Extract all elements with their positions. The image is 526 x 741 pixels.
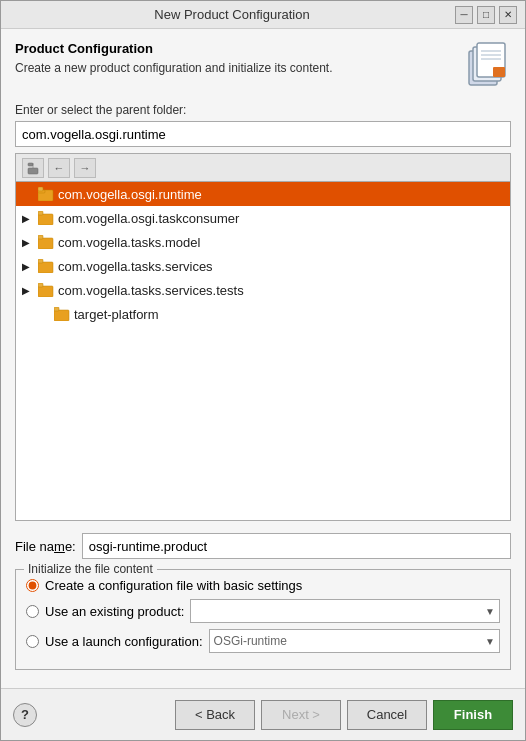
product-icon [463, 41, 511, 89]
expand-arrow: ▶ [22, 237, 36, 248]
filename-row: File name: [15, 533, 511, 559]
folder-icon [38, 235, 54, 249]
tree-item-label: target-platform [74, 307, 159, 322]
filename-label: File name: [15, 539, 76, 554]
expand-arrow: ▶ [22, 285, 36, 296]
footer-left: ? [13, 703, 37, 727]
back-icon: ← [54, 162, 65, 174]
use-launch-radio[interactable] [26, 635, 39, 648]
create-config-row: Create a configuration file with basic s… [26, 578, 500, 593]
dialog-body: Product Configuration Create a new produ… [1, 29, 525, 688]
svg-rect-7 [28, 168, 38, 174]
tree-item-label: com.vogella.osgi.taskconsumer [58, 211, 239, 226]
dialog-title: New Product Configuration [9, 7, 455, 22]
expand-arrow: ▶ [22, 261, 36, 272]
svg-rect-21 [54, 310, 69, 321]
initialize-group: Initialize the file content Create a con… [15, 569, 511, 670]
tree-item[interactable]: ▶ com.vogella.tasks.services.tests [16, 278, 510, 302]
create-config-label: Create a configuration file with basic s… [45, 578, 302, 593]
tree-item-label: com.vogella.tasks.services.tests [58, 283, 244, 298]
dropdown-arrow-icon: ▼ [485, 636, 495, 647]
title-bar: New Product Configuration ─ □ ✕ [1, 1, 525, 29]
title-bar-controls: ─ □ ✕ [455, 6, 517, 24]
svg-rect-8 [28, 163, 33, 166]
up-icon [26, 161, 40, 175]
svg-rect-22 [54, 307, 59, 311]
parent-folder-input[interactable] [15, 121, 511, 147]
expand-arrow: ▶ [22, 213, 36, 224]
dropdown-arrow-icon: ▼ [485, 606, 495, 617]
tree-item[interactable]: ▶ com.vogella.osgi.taskconsumer [16, 206, 510, 230]
help-button[interactable]: ? [13, 703, 37, 727]
use-launch-label: Use a launch configuration: [45, 634, 203, 649]
forward-button[interactable]: → [74, 158, 96, 178]
create-config-radio[interactable] [26, 579, 39, 592]
svg-rect-18 [38, 259, 43, 263]
use-launch-row: Use a launch configuration: OSGi-runtime… [26, 629, 500, 653]
folder-tree[interactable]: com.vogella.osgi.runtime ▶ com.vogella.o… [15, 181, 511, 521]
tree-item-label: com.vogella.tasks.services [58, 259, 213, 274]
header-description: Create a new product configuration and i… [15, 60, 453, 77]
header-section: Product Configuration Create a new produ… [15, 41, 511, 89]
folder-icon [38, 283, 54, 297]
folder-icon [38, 211, 54, 225]
folder-icon [54, 307, 70, 321]
svg-rect-15 [38, 238, 53, 249]
product-icon-svg [463, 41, 511, 89]
finish-button[interactable]: Finish [433, 700, 513, 730]
svg-rect-16 [38, 235, 43, 239]
tree-item-label: com.vogella.tasks.model [58, 235, 200, 250]
group-legend: Initialize the file content [24, 562, 157, 576]
launch-config-dropdown[interactable]: OSGi-runtime ▼ [209, 629, 500, 653]
forward-icon: → [80, 162, 91, 174]
header-title: Product Configuration [15, 41, 453, 56]
svg-rect-17 [38, 262, 53, 273]
tree-item[interactable]: com.vogella.osgi.runtime [16, 182, 510, 206]
dialog: New Product Configuration ─ □ ✕ Product … [0, 0, 526, 741]
parent-folder-label: Enter or select the parent folder: [15, 103, 511, 117]
footer-buttons: < Back Next > Cancel Finish [175, 700, 513, 730]
back-button[interactable]: < Back [175, 700, 255, 730]
maximize-button[interactable]: □ [477, 6, 495, 24]
next-button[interactable]: Next > [261, 700, 341, 730]
svg-rect-14 [38, 211, 43, 215]
close-button[interactable]: ✕ [499, 6, 517, 24]
folder-icon [38, 187, 54, 201]
filename-input[interactable] [82, 533, 511, 559]
folder-toolbar: ← → [15, 153, 511, 181]
use-existing-row: Use an existing product: ▼ [26, 599, 500, 623]
tree-item[interactable]: target-platform [16, 302, 510, 326]
up-button[interactable] [22, 158, 44, 178]
svg-rect-13 [38, 214, 53, 225]
launch-config-value: OSGi-runtime [214, 634, 287, 648]
use-existing-radio[interactable] [26, 605, 39, 618]
svg-rect-19 [38, 286, 53, 297]
tree-item[interactable]: ▶ com.vogella.tasks.model [16, 230, 510, 254]
folder-icon [38, 259, 54, 273]
dialog-footer: ? < Back Next > Cancel Finish [1, 688, 525, 740]
header-text: Product Configuration Create a new produ… [15, 41, 453, 77]
use-existing-label: Use an existing product: [45, 604, 184, 619]
svg-rect-6 [493, 67, 505, 77]
minimize-button[interactable]: ─ [455, 6, 473, 24]
svg-rect-20 [38, 283, 43, 287]
cancel-button[interactable]: Cancel [347, 700, 427, 730]
tree-item[interactable]: ▶ com.vogella.tasks.services [16, 254, 510, 278]
back-button[interactable]: ← [48, 158, 70, 178]
tree-item-label: com.vogella.osgi.runtime [58, 187, 202, 202]
svg-rect-12 [38, 187, 43, 191]
existing-product-dropdown[interactable]: ▼ [190, 599, 500, 623]
